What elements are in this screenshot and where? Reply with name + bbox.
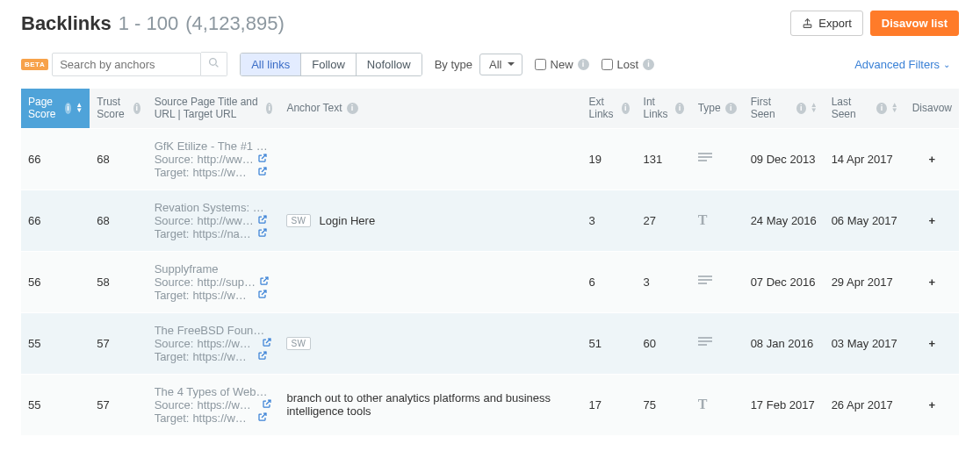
source-url: http://sup…	[197, 276, 255, 289]
source-url: https://ww…	[197, 337, 258, 350]
external-link-icon[interactable]	[257, 227, 268, 238]
col-page-score[interactable]: Page Scorei▲▼	[21, 89, 90, 128]
table-row: 5557The FreeBSD Foundat…Source: https://…	[21, 312, 959, 374]
info-icon[interactable]: i	[65, 103, 72, 114]
cell-anchor: branch out to other analytics platforms …	[279, 374, 581, 435]
external-link-icon[interactable]	[262, 398, 272, 409]
disavow-add-button[interactable]: +	[905, 374, 959, 435]
external-link-icon[interactable]	[257, 214, 268, 225]
target-url: https://ww…	[192, 166, 254, 179]
cell-page-score: 55	[21, 374, 90, 435]
info-icon[interactable]: i	[578, 59, 589, 70]
external-link-icon[interactable]	[259, 276, 270, 286]
target-url: https://ww…	[192, 411, 254, 425]
cell-ext-links: 6	[582, 251, 637, 312]
search-button[interactable]	[201, 52, 227, 76]
search-icon	[208, 57, 220, 68]
svg-rect-0	[803, 25, 811, 27]
col-anchor[interactable]: Anchor Texti	[279, 89, 581, 128]
cell-type: T	[691, 374, 744, 435]
cell-anchor	[279, 251, 581, 312]
col-int-links[interactable]: Int Linksi	[637, 89, 691, 128]
cell-source: GfK Etilize - The #1 Su…Source: http://w…	[148, 128, 280, 190]
info-icon[interactable]: i	[643, 59, 654, 70]
target-url: https://na8…	[192, 227, 254, 240]
search-input[interactable]	[52, 53, 201, 76]
backlinks-table: Page Scorei▲▼ Trust Scorei Source Page T…	[21, 89, 959, 436]
cell-anchor: SWLogin Here	[279, 190, 581, 251]
advanced-filters-link[interactable]: Advanced Filters ⌄	[854, 58, 950, 71]
sort-arrows-icon[interactable]: ▲▼	[811, 103, 818, 113]
col-ext-links[interactable]: Ext Linksi	[582, 89, 637, 128]
target-url: https://ww…	[192, 350, 254, 363]
disavow-add-button[interactable]: +	[905, 190, 959, 251]
info-icon[interactable]: i	[675, 103, 683, 114]
range-text: 1 - 100	[119, 12, 179, 35]
cell-first-seen: 24 May 2016	[744, 190, 825, 251]
info-icon[interactable]: i	[266, 103, 272, 114]
table-row: 5557The 4 Types of Websit…Source: https:…	[21, 374, 959, 435]
export-button[interactable]: Export	[790, 11, 863, 36]
cell-type	[691, 128, 744, 190]
info-icon[interactable]: i	[796, 103, 806, 114]
cell-source: SupplyframeSource: http://sup… Target: h…	[148, 251, 280, 312]
disavow-add-button[interactable]: +	[905, 251, 959, 312]
col-last-seen[interactable]: Last Seeni▲▼	[825, 89, 905, 128]
lost-checkbox[interactable]	[602, 59, 613, 70]
lost-text: Lost	[617, 58, 639, 71]
disavow-add-button[interactable]: +	[905, 312, 959, 374]
cell-type	[691, 312, 744, 374]
tab-all-links[interactable]: All links	[241, 54, 301, 75]
source-url: http://ww…	[197, 214, 253, 227]
lost-checkbox-label[interactable]: Lost i	[602, 58, 655, 71]
cell-ext-links: 51	[582, 312, 637, 374]
cell-anchor	[279, 128, 581, 190]
tab-nofollow[interactable]: Nofollow	[357, 54, 422, 75]
sw-badge: SW	[286, 337, 310, 350]
cell-trust-score: 58	[90, 251, 147, 312]
external-link-icon[interactable]	[257, 289, 268, 299]
source-title: Supplyframe	[155, 262, 269, 276]
export-label: Export	[818, 17, 852, 30]
target-url: https://ww…	[192, 289, 254, 302]
cell-trust-score: 57	[90, 312, 147, 374]
external-link-icon[interactable]	[257, 166, 268, 176]
beta-badge: BETA	[21, 59, 48, 70]
col-first-seen[interactable]: First Seeni▲▼	[744, 89, 825, 128]
info-icon[interactable]: i	[876, 103, 886, 114]
cell-page-score: 66	[21, 128, 90, 190]
cell-source: The FreeBSD Foundat…Source: https://ww… …	[148, 312, 280, 374]
info-icon[interactable]: i	[133, 103, 141, 114]
external-link-icon[interactable]	[262, 337, 272, 347]
cell-first-seen: 09 Dec 2013	[744, 128, 825, 190]
cell-first-seen: 07 Dec 2016	[744, 251, 825, 312]
type-select[interactable]: All	[479, 54, 522, 75]
disavow-add-button[interactable]: +	[905, 128, 959, 190]
cell-int-links: 131	[637, 128, 691, 190]
table-row: 6668GfK Etilize - The #1 Su…Source: http…	[21, 128, 959, 190]
col-trust-score[interactable]: Trust Scorei	[90, 89, 147, 128]
table-row: 5658SupplyframeSource: http://sup… Targe…	[21, 251, 959, 312]
info-icon[interactable]: i	[622, 103, 630, 114]
sort-arrows-icon[interactable]: ▲▼	[76, 103, 83, 113]
cell-source: The 4 Types of Websit…Source: https://ww…	[148, 374, 280, 435]
sort-arrows-icon[interactable]: ▲▼	[891, 103, 898, 113]
cell-last-seen: 03 May 2017	[825, 312, 905, 374]
source-title: The 4 Types of Websit…	[155, 385, 269, 398]
external-link-icon[interactable]	[257, 153, 268, 163]
external-link-icon[interactable]	[257, 411, 268, 422]
col-source[interactable]: Source Page Title and URL | Target URLi	[148, 89, 280, 128]
page-title: Backlinks	[21, 12, 112, 35]
new-checkbox[interactable]	[535, 59, 546, 70]
source-title: The FreeBSD Foundat…	[155, 324, 269, 337]
external-link-icon[interactable]	[257, 350, 268, 361]
cell-int-links: 3	[637, 251, 691, 312]
col-type[interactable]: Typei	[691, 89, 744, 128]
cell-source: Revation Systems: We…Source: http://ww… …	[148, 190, 280, 251]
info-icon[interactable]: i	[347, 103, 358, 114]
svg-point-1	[210, 59, 217, 66]
new-checkbox-label[interactable]: New i	[535, 58, 589, 71]
disavow-list-button[interactable]: Disavow list	[870, 11, 959, 36]
info-icon[interactable]: i	[725, 103, 737, 114]
tab-follow[interactable]: Follow	[301, 54, 357, 75]
